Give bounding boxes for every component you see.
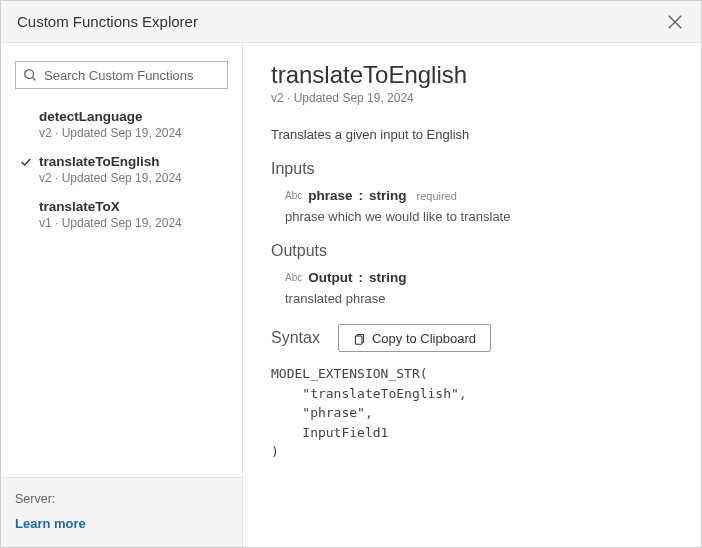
- function-name: translateToX: [39, 199, 224, 214]
- output-param-desc: translated phrase: [271, 291, 677, 306]
- learn-more-link[interactable]: Learn more: [15, 516, 228, 531]
- abc-icon: Abc: [285, 190, 302, 201]
- syntax-code: MODEL_EXTENSION_STR( "translateToEnglish…: [271, 364, 677, 462]
- copy-button-label: Copy to Clipboard: [372, 331, 476, 346]
- input-param-required: required: [417, 190, 457, 202]
- svg-line-3: [33, 78, 36, 81]
- output-param-type: string: [369, 270, 407, 285]
- close-icon[interactable]: [665, 12, 685, 32]
- abc-icon: Abc: [285, 272, 302, 283]
- output-param-name: Output: [308, 270, 352, 285]
- svg-rect-5: [355, 336, 362, 344]
- function-name: detectLanguage: [39, 109, 224, 124]
- detail-title: translateToEnglish: [271, 61, 677, 89]
- search-wrap: [15, 61, 228, 89]
- sidebar-footer: Server: Learn more: [1, 477, 242, 547]
- detail-description: Translates a given input to English: [271, 127, 677, 142]
- output-param-sep: :: [358, 270, 363, 285]
- function-list: detectLanguage v2 · Updated Sep 19, 2024…: [15, 103, 228, 238]
- search-icon: [23, 68, 37, 82]
- copy-to-clipboard-button[interactable]: Copy to Clipboard: [338, 324, 491, 352]
- input-param-row: Abc phrase : string required: [271, 188, 677, 203]
- function-name: translateToEnglish: [39, 154, 224, 169]
- clipboard-icon: [353, 332, 366, 345]
- syntax-heading: Syntax: [271, 329, 320, 347]
- input-param-name: phrase: [308, 188, 352, 203]
- sidebar-top: detectLanguage v2 · Updated Sep 19, 2024…: [1, 43, 242, 477]
- search-input[interactable]: [15, 61, 228, 89]
- function-item-detectlanguage[interactable]: detectLanguage v2 · Updated Sep 19, 2024: [15, 103, 228, 148]
- svg-point-2: [25, 70, 34, 79]
- function-meta: v2 · Updated Sep 19, 2024: [39, 126, 224, 140]
- body: detectLanguage v2 · Updated Sep 19, 2024…: [1, 43, 701, 547]
- inputs-heading: Inputs: [271, 160, 677, 178]
- output-param-row: Abc Output : string: [271, 270, 677, 285]
- input-param-desc: phrase which we would like to translate: [271, 209, 677, 224]
- function-item-translatetoenglish[interactable]: translateToEnglish v2 · Updated Sep 19, …: [15, 148, 228, 193]
- function-item-translatetox[interactable]: translateToX v1 · Updated Sep 19, 2024: [15, 193, 228, 238]
- titlebar: Custom Functions Explorer: [1, 1, 701, 43]
- detail-meta: v2 · Updated Sep 19, 2024: [271, 91, 677, 105]
- outputs-heading: Outputs: [271, 242, 677, 260]
- function-meta: v2 · Updated Sep 19, 2024: [39, 171, 224, 185]
- check-icon: [19, 155, 33, 169]
- window-title: Custom Functions Explorer: [17, 13, 198, 30]
- function-meta: v1 · Updated Sep 19, 2024: [39, 216, 224, 230]
- syntax-row: Syntax Copy to Clipboard: [271, 324, 677, 352]
- input-param-type: string: [369, 188, 407, 203]
- detail-pane: translateToEnglish v2 · Updated Sep 19, …: [243, 43, 701, 547]
- sidebar: detectLanguage v2 · Updated Sep 19, 2024…: [1, 43, 243, 547]
- input-param-sep: :: [359, 188, 364, 203]
- window: Custom Functions Explorer detectLanguage: [0, 0, 702, 548]
- server-label: Server:: [15, 492, 228, 506]
